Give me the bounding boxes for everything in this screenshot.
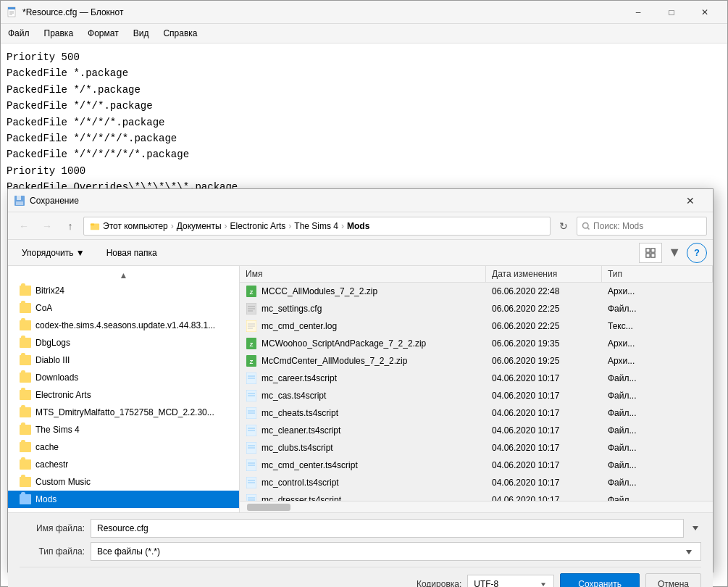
encoding-dropdown-icon [539, 580, 548, 587]
file-item[interactable]: mc_cmd_center.log06.06.2020 22:25Текс... [240, 317, 713, 335]
file-item[interactable]: mc_settings.cfg06.06.2020 22:25Файл... [240, 300, 713, 317]
svg-text:Z: Z [250, 289, 254, 296]
file-item[interactable]: mc_control.ts4script04.06.2020 10:17Файл… [240, 474, 713, 491]
breadcrumb-ea[interactable]: Electronic Arts [230, 221, 286, 231]
svg-rect-6 [17, 196, 21, 200]
view-dropdown-arrow[interactable]: ▼ [668, 245, 681, 260]
tree-item[interactable]: CoA [8, 299, 239, 317]
filetype-row: Тип файла: Все файлы (*.*) [20, 542, 701, 561]
file-name-text: McCmdCenter_AllModules_7_2_2.zip [262, 356, 407, 366]
file-date-cell: 06.06.2020 19:25 [486, 354, 602, 367]
col-header-date[interactable]: Дата изменения [486, 266, 602, 282]
svg-rect-1 [8, 7, 15, 9]
view-toggle-button[interactable] [639, 243, 662, 263]
file-item[interactable]: mc_cleaner.ts4script04.06.2020 10:17Файл… [240, 422, 713, 439]
file-item[interactable]: mc_cmd_center.ts4script04.06.2020 10:17Ф… [240, 457, 713, 474]
tree-item[interactable]: Mods [8, 491, 239, 508]
folder-icon [20, 303, 31, 313]
titlebar-left: *Resource.cfg — Блокнот [7, 7, 123, 18]
file-list-scrollable[interactable]: ZMCCC_AllModules_7_2_2.zip06.06.2020 22:… [240, 283, 713, 501]
h-scroll-thumb[interactable] [247, 504, 290, 511]
file-name-text: mc_clubs.ts4script [262, 443, 333, 453]
save-button[interactable]: Сохранить [560, 573, 640, 587]
search-bar[interactable] [577, 217, 707, 236]
breadcrumb-mods[interactable]: Mods [347, 221, 369, 231]
tree-item[interactable]: Electronic Arts [8, 386, 239, 404]
tree-scroll-up[interactable]: ▲ [8, 269, 239, 282]
svg-rect-9 [91, 223, 94, 225]
file-item[interactable]: mc_career.ts4script04.06.2020 10:17Файл.… [240, 370, 713, 387]
tree-scroll-down[interactable]: ▼ [8, 508, 239, 512]
menu-file[interactable]: Файл [1, 25, 37, 41]
col-header-name[interactable]: Имя [240, 266, 486, 282]
view-icon [645, 248, 656, 258]
tree-item[interactable]: The Sims 4 [8, 421, 239, 438]
file-date-cell: 04.06.2020 10:17 [486, 389, 602, 402]
svg-marker-56 [541, 583, 545, 587]
tree-item[interactable]: cache [8, 438, 239, 456]
file-item[interactable]: mc_cheats.ts4script04.06.2020 10:17Файл.… [240, 404, 713, 422]
breadcrumb-computer[interactable]: Этот компьютер [103, 221, 168, 231]
encoding-dropdown[interactable]: UTF-8 [467, 575, 554, 587]
breadcrumb-bar[interactable]: Этот компьютер › Документы › Electronic … [83, 217, 551, 236]
titlebar-controls: – □ ✕ [622, 1, 721, 24]
tree-item[interactable]: Diablo III [8, 351, 239, 369]
file-type-icon [246, 442, 257, 454]
file-name-cell: mc_cheats.ts4script [240, 406, 486, 420]
help-button[interactable]: ? [687, 243, 707, 263]
menu-format[interactable]: Формат [80, 25, 126, 41]
sep2: › [225, 221, 227, 231]
filename-input[interactable] [91, 519, 684, 538]
sep4: › [341, 221, 344, 231]
folder-icon [20, 425, 31, 435]
file-date-cell: 04.06.2020 10:17 [486, 459, 602, 472]
file-item[interactable]: mc_dresser.ts4script04.06.2020 10:17Файл… [240, 491, 713, 501]
organize-button[interactable]: Упорядочить ▼ [14, 245, 93, 261]
tree-item[interactable]: Custom Music [8, 473, 239, 491]
file-name-cell: ZMcCmdCenter_AllModules_7_2_2.zip [240, 354, 486, 368]
back-button[interactable]: ← [14, 216, 34, 236]
file-type-cell: Архи... [602, 354, 713, 367]
sep1: › [171, 221, 174, 231]
menu-edit[interactable]: Правка [37, 25, 81, 41]
tree-item[interactable]: Bitrix24 [8, 282, 239, 299]
tree-item-label: Downloads [35, 372, 78, 383]
file-item[interactable]: ZMCCC_AllModules_7_2_2.zip06.06.2020 22:… [240, 283, 713, 300]
new-folder-button[interactable]: Новая папка [99, 245, 165, 261]
cancel-button[interactable]: Отмена [645, 573, 701, 587]
horizontal-scrollbar[interactable] [240, 501, 713, 512]
tree-item-label: codex-the.sims.4.seasons.update.v1.44.83… [35, 320, 215, 330]
folder-icon [20, 459, 31, 470]
close-button[interactable]: ✕ [688, 1, 721, 24]
tree-item[interactable]: codex-the.sims.4.seasons.update.v1.44.83… [8, 317, 239, 334]
breadcrumb-sims[interactable]: The Sims 4 [294, 221, 338, 231]
file-date-cell: 04.06.2020 10:17 [486, 441, 602, 454]
notepad-content[interactable]: Priority 500 PackedFile *.package Packed… [1, 43, 727, 201]
svg-line-11 [587, 227, 590, 229]
svg-rect-7 [16, 201, 23, 205]
refresh-button[interactable]: ↻ [553, 216, 574, 236]
col-header-type[interactable]: Тип [602, 266, 713, 282]
maximize-button[interactable]: □ [655, 1, 688, 24]
search-input[interactable] [593, 221, 702, 231]
dialog-close-button[interactable]: ✕ [674, 189, 707, 212]
forward-button[interactable]: → [37, 216, 57, 236]
minimize-button[interactable]: – [622, 1, 655, 24]
up-button[interactable]: ↑ [60, 216, 80, 236]
menu-view[interactable]: Вид [126, 25, 156, 41]
tree-item[interactable]: DbgLogs [8, 334, 239, 351]
file-date-cell: 04.06.2020 10:17 [486, 424, 602, 437]
file-type-cell: Архи... [602, 285, 713, 298]
tree-item[interactable]: Downloads [8, 369, 239, 386]
file-item[interactable]: mc_cas.ts4script04.06.2020 10:17Файл... [240, 387, 713, 404]
file-name-cell: mc_cas.ts4script [240, 388, 486, 403]
file-item[interactable]: ZMCWoohoo_ScriptAndPackage_7_2_2.zip06.0… [240, 335, 713, 352]
filetype-dropdown[interactable]: Все файлы (*.*) [91, 542, 701, 561]
file-item[interactable]: ZMcCmdCenter_AllModules_7_2_2.zip06.06.2… [240, 352, 713, 370]
breadcrumb-docs[interactable]: Документы [177, 221, 222, 231]
tree-item[interactable]: MTS_DmitryMalfatto_1752758_MCD_2.2.30... [8, 404, 239, 421]
file-item[interactable]: mc_clubs.ts4script04.06.2020 10:17Файл..… [240, 439, 713, 457]
menu-help[interactable]: Справка [156, 25, 204, 41]
tree-item[interactable]: cachestr [8, 456, 239, 473]
file-name-text: mc_career.ts4script [262, 373, 337, 383]
